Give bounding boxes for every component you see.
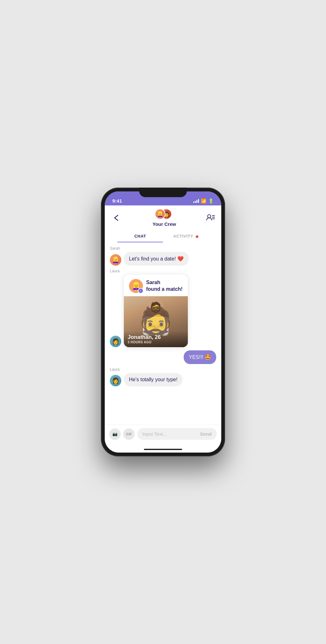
msg-row-1: 👱‍♀️ Let's find you a date! ❤️ <box>110 252 216 266</box>
message-group-2: Laura 👩 👱‍♀️ ✓ Sarahfound a match! <box>110 269 216 347</box>
contacts-icon[interactable] <box>206 213 215 222</box>
sender-name-laura-2: Laura <box>110 367 216 372</box>
home-bar <box>144 449 182 450</box>
gif-button[interactable]: GIF <box>123 428 135 440</box>
message-group-4: Laura 👩 He's totally your type! <box>110 367 216 386</box>
header-center: 👱‍♀️ 👩 Your Crew <box>152 209 176 227</box>
crew-title: Your Crew <box>152 221 176 227</box>
sender-name-laura: Laura <box>110 269 216 273</box>
bubble-1: Let's find you a date! ❤️ <box>124 252 189 266</box>
match-card[interactable]: 👱‍♀️ ✓ Sarahfound a match! 🧔 <box>124 275 188 347</box>
avatar-laura-2: 👩 <box>110 375 121 386</box>
tab-chat[interactable]: CHAT <box>117 231 163 242</box>
input-placeholder[interactable]: Input Text... <box>142 431 167 437</box>
bubble-4: He's totally your type! <box>124 373 182 386</box>
input-bar: 📷 GIF Input Text... Send <box>105 425 221 446</box>
msg-row-2: 👩 👱‍♀️ ✓ Sarahfound a match! <box>110 275 216 347</box>
text-input-wrap: Input Text... Send <box>137 428 217 440</box>
battery-icon: 🔋 <box>208 198 214 204</box>
camera-button[interactable]: 📷 <box>109 428 121 440</box>
tab-activity[interactable]: ACTIVITY <box>163 231 209 242</box>
chat-area: Sarah 👱‍♀️ Let's find you a date! ❤️ Lau… <box>105 242 221 425</box>
back-button[interactable] <box>111 212 123 224</box>
match-photo: 🧔 white shirt 🧔 Jonathan, 26 3 HOURS AGO <box>124 296 188 347</box>
status-time: 9:41 <box>112 198 122 204</box>
match-found-text: Sarahfound a match! <box>146 279 183 293</box>
send-button[interactable]: Send <box>200 431 212 437</box>
message-group-3: YES!!! 🤩 <box>110 350 216 364</box>
wifi-icon: 📶 <box>201 198 206 204</box>
activity-dot <box>196 235 198 238</box>
tabs: CHAT ACTIVITY <box>111 231 215 242</box>
msg-row-3: YES!!! 🤩 <box>110 350 216 364</box>
signal-icon <box>193 199 199 203</box>
avatar-sarah: 👱‍♀️ <box>110 254 121 266</box>
phone-screen: 9:41 📶 🔋 <box>105 191 221 453</box>
message-group-1: Sarah 👱‍♀️ Let's find you a date! ❤️ <box>110 246 216 266</box>
msg-row-4: 👩 He's totally your type! <box>110 373 216 386</box>
match-photo-overlay: Jonathan, 26 3 HOURS AGO <box>124 331 188 347</box>
svg-point-0 <box>208 215 211 218</box>
phone-frame: 9:41 📶 🔋 <box>101 188 225 456</box>
status-icons: 📶 🔋 <box>193 198 214 204</box>
avatar-laura: 👩 <box>110 336 121 347</box>
home-indicator <box>105 446 221 453</box>
match-time-ago: 3 HOURS AGO <box>128 340 184 344</box>
match-card-avatar: 👱‍♀️ ✓ <box>129 279 143 293</box>
bubble-outgoing: YES!!! 🤩 <box>184 350 216 364</box>
chat-header: 👱‍♀️ 👩 Your Crew <box>105 205 221 242</box>
notch <box>139 188 187 197</box>
sender-name-sarah: Sarah <box>110 246 216 251</box>
crew-avatars: 👱‍♀️ 👩 <box>155 209 174 220</box>
match-check-icon: ✓ <box>138 288 144 294</box>
match-card-header: 👱‍♀️ ✓ Sarahfound a match! <box>124 275 188 296</box>
match-person-name: Jonathan, 26 <box>128 334 184 340</box>
crew-avatar-1: 👱‍♀️ <box>155 209 166 219</box>
